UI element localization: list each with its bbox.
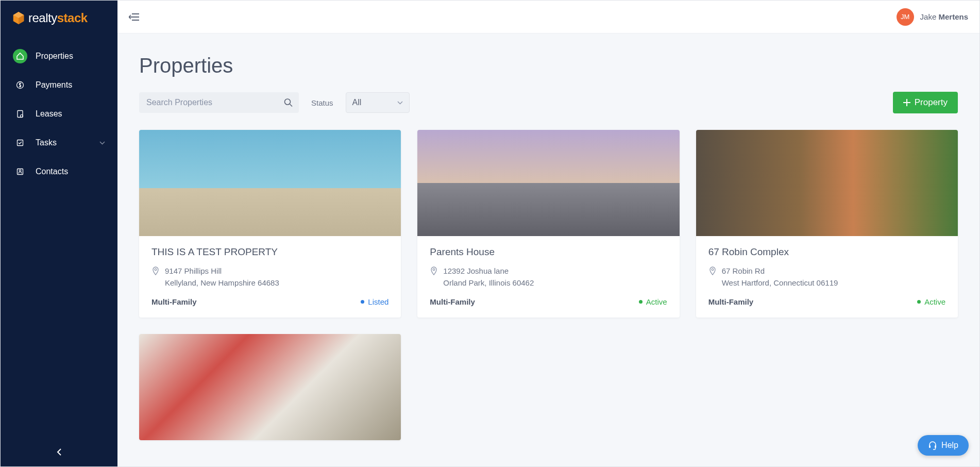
property-type: Multi-Family (708, 297, 754, 306)
sidebar-item-label: Leases (36, 109, 62, 119)
property-type: Multi-Family (151, 297, 197, 306)
chevron-down-icon (99, 141, 105, 145)
svg-point-9 (712, 269, 714, 271)
help-label: Help (941, 441, 958, 450)
location-pin-icon (151, 266, 160, 289)
cube-icon (13, 12, 24, 24)
search-input[interactable] (139, 92, 299, 113)
dollar-icon (13, 78, 27, 92)
sidebar-item-payments[interactable]: Payments (1, 71, 117, 99)
add-property-label: Property (915, 97, 948, 108)
svg-rect-10 (929, 445, 931, 448)
status-filter-value: All (352, 98, 362, 107)
property-title: THIS IS A TEST PROPERTY (151, 246, 388, 258)
status-filter-select[interactable]: All (346, 92, 410, 113)
sidebar-toggle-button[interactable] (129, 13, 139, 21)
page-title: Properties (139, 54, 958, 77)
help-button[interactable]: Help (918, 435, 969, 456)
sidebar-collapse-button[interactable] (1, 440, 117, 466)
location-pin-icon (430, 266, 438, 289)
search-icon[interactable] (284, 98, 293, 107)
svg-point-5 (19, 170, 21, 172)
property-address: 9147 Phillips HillKellyland, New Hampshi… (165, 265, 279, 289)
status-badge: Listed (361, 297, 388, 306)
checklist-icon (13, 136, 27, 150)
document-icon (13, 107, 27, 121)
property-card[interactable] (139, 334, 401, 440)
sidebar-nav: PropertiesPaymentsLeasesTasksContacts (1, 40, 117, 440)
sidebar-item-leases[interactable]: Leases (1, 99, 117, 128)
sidebar-item-label: Tasks (36, 138, 57, 147)
user-menu[interactable]: JM Jake Mertens (897, 8, 968, 26)
add-property-button[interactable]: Property (893, 92, 958, 113)
property-image (139, 130, 401, 236)
sidebar-item-label: Contacts (36, 167, 68, 176)
svg-point-7 (155, 269, 157, 271)
sidebar: realtystack PropertiesPaymentsLeasesTask… (1, 1, 117, 466)
contacts-icon (13, 164, 27, 179)
location-pin-icon (708, 266, 717, 289)
brand-logo[interactable]: realtystack (1, 1, 117, 40)
status-badge: Active (917, 297, 945, 306)
status-filter-label: Status (311, 98, 333, 107)
content: Properties Status All Property (117, 34, 979, 466)
headset-icon (928, 441, 937, 450)
brand-text: realtystack (28, 11, 88, 25)
property-grid: THIS IS A TEST PROPERTY9147 Phillips Hil… (139, 130, 958, 440)
property-card[interactable]: 67 Robin Complex67 Robin RdWest Hartford… (696, 130, 958, 318)
plus-icon (903, 99, 910, 106)
property-title: Parents House (430, 246, 667, 258)
chevron-down-icon (397, 101, 403, 105)
property-title: 67 Robin Complex (708, 246, 945, 258)
property-image (139, 334, 401, 440)
topbar: JM Jake Mertens (117, 1, 979, 34)
chevron-left-icon (57, 448, 62, 456)
toolbar: Status All Property (139, 92, 958, 113)
property-card[interactable]: Parents House12392 Joshua laneOrland Par… (417, 130, 679, 318)
sidebar-item-properties[interactable]: Properties (1, 42, 117, 71)
search-box (139, 92, 299, 113)
svg-point-6 (285, 99, 291, 105)
property-image (417, 130, 679, 236)
svg-point-8 (433, 269, 435, 271)
sidebar-item-tasks[interactable]: Tasks (1, 128, 117, 157)
avatar: JM (897, 8, 914, 26)
home-icon (13, 49, 27, 63)
svg-rect-3 (18, 140, 23, 146)
property-address: 67 Robin RdWest Hartford, Connecticut 06… (722, 265, 838, 289)
status-badge: Active (639, 297, 667, 306)
user-name: Jake Mertens (920, 12, 968, 21)
property-address: 12392 Joshua laneOrland Park, Illinois 6… (443, 265, 534, 289)
sidebar-item-label: Properties (36, 52, 73, 61)
svg-rect-11 (935, 445, 936, 448)
sidebar-item-contacts[interactable]: Contacts (1, 157, 117, 186)
collapse-menu-icon (129, 13, 139, 21)
property-card[interactable]: THIS IS A TEST PROPERTY9147 Phillips Hil… (139, 130, 401, 318)
sidebar-item-label: Payments (36, 80, 72, 90)
property-image (696, 130, 958, 236)
property-type: Multi-Family (430, 297, 475, 306)
